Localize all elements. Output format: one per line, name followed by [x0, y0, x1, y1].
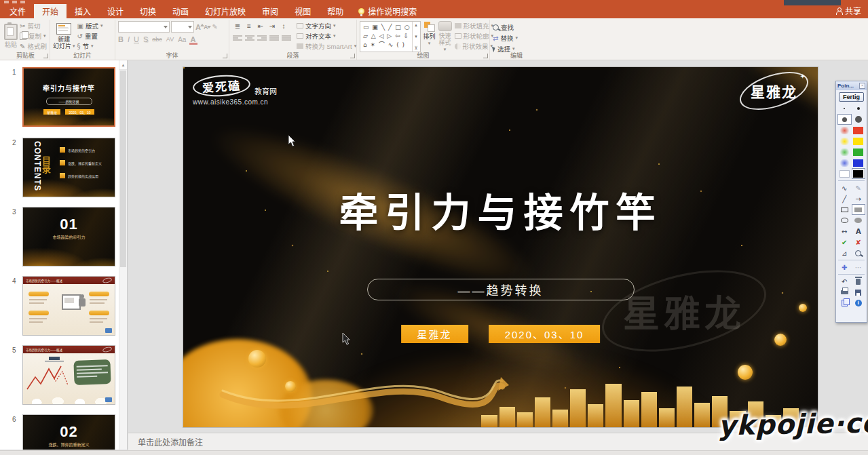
shape-outline-button[interactable]: 形状轮廓 ▾ — [455, 31, 494, 41]
filled-rectangle-tool[interactable] — [852, 204, 866, 215]
numbering-button[interactable]: ≡ — [244, 21, 254, 31]
tab-view[interactable]: 视图 — [286, 4, 319, 18]
convert-smartart-button[interactable]: 转换为 SmartArt ▾ — [297, 41, 356, 51]
slide-title[interactable]: 牵引力与接竹竿 — [183, 181, 818, 238]
thumbnail-scrollbar[interactable]: ▲ — [119, 60, 127, 450]
tab-review[interactable]: 审阅 — [254, 4, 286, 18]
ruler-tool[interactable]: ⊿ — [837, 248, 852, 258]
reset-button[interactable]: ↺ 重置 — [77, 31, 103, 41]
copy-button-pfx[interactable] — [837, 298, 852, 309]
decrease-font-size-button[interactable]: A — [204, 24, 208, 31]
color-white[interactable] — [837, 168, 852, 179]
shape-effects-button[interactable]: 形状效果 ▾ — [455, 41, 494, 51]
color-blue-soft[interactable] — [837, 157, 852, 168]
decrease-indent-button[interactable]: ⇤ — [255, 21, 266, 31]
slide-canvas[interactable]: 爱死磕教育网 www.aisike365.com.cn 星雅龙 ✦ 牵引力与接竹… — [183, 67, 818, 427]
line-spacing-button[interactable]: ↕ — [278, 21, 289, 31]
thumbnail-slide-1[interactable]: 牵引力与接竹竿 ——趋势转换 星雅龙 2020、03、10 — [22, 67, 115, 127]
thumbnail-slide-4[interactable]: 市场趋势的牵引力——概述 — [22, 276, 115, 336]
font-size-combobox[interactable] — [171, 21, 194, 33]
check-tool[interactable]: ✔ — [837, 237, 852, 248]
tab-file[interactable]: 文件 — [1, 4, 34, 18]
tab-transitions[interactable]: 切换 — [132, 4, 164, 18]
scrollbar-thumb[interactable] — [120, 71, 126, 267]
print-button[interactable] — [837, 287, 852, 298]
slide-date-badge[interactable]: 2020、03、10 — [489, 325, 601, 343]
bold-button[interactable]: B — [118, 35, 124, 43]
align-right-button[interactable] — [257, 33, 267, 43]
dialog-launcher-icon[interactable] — [43, 54, 48, 58]
share-button[interactable]: 共享 — [835, 5, 861, 16]
gallery-more-icon[interactable]: ⊻ — [414, 45, 417, 51]
undo-button[interactable]: ↶ — [837, 276, 852, 287]
crosshair-tool[interactable]: ✚ — [837, 262, 852, 273]
slide-subtitle-pill[interactable]: ——趋势转换 — [367, 279, 635, 300]
thumbnail-slide-3[interactable]: 01 市场趋势的牵引力 — [22, 207, 115, 266]
save-button[interactable] — [852, 287, 866, 298]
increase-font-size-button[interactable]: A — [195, 23, 201, 31]
close-icon[interactable]: ▫ — [859, 83, 865, 89]
magnifier-tool[interactable] — [852, 248, 866, 258]
change-case-button[interactable]: Aa — [178, 36, 186, 43]
pointofix-titlebar[interactable]: Poin... ▫ — [836, 81, 867, 90]
font-name-combobox[interactable] — [118, 21, 170, 33]
color-black[interactable] — [852, 168, 866, 179]
color-green-soft[interactable] — [837, 146, 852, 157]
delete-button[interactable] — [852, 276, 866, 287]
tell-me-search[interactable]: 操作说明搜索 — [352, 4, 423, 18]
freehand-tool[interactable]: ∿ — [837, 182, 852, 193]
shape-fill-button[interactable]: 形状填充 ▾ — [455, 21, 494, 31]
slide-author-badge[interactable]: 星雅龙 — [401, 325, 468, 343]
marker-tool[interactable]: ✎ — [852, 182, 866, 193]
thumbnail-slide-5[interactable]: 市场趋势的牵引力——概述 — [22, 345, 115, 405]
format-painter-button[interactable]: ✎ 格式刷 — [20, 41, 47, 51]
text-tool[interactable]: A — [852, 226, 866, 237]
dialog-launcher-icon[interactable] — [483, 54, 488, 58]
align-text-button[interactable]: 对齐文本 ▾ — [297, 31, 356, 41]
color-blue[interactable] — [852, 157, 866, 168]
tab-slideshow[interactable]: 幻灯片放映 — [197, 4, 254, 18]
tab-home[interactable]: 开始 — [34, 4, 67, 18]
ellipse-tool[interactable] — [837, 215, 852, 226]
thumbnail-slide-6[interactable]: 02 涨跌、博弈的重新定义 — [22, 414, 115, 450]
clear-formatting-button[interactable]: ✎ — [212, 23, 217, 31]
cut-button[interactable]: ✂ 剪切 — [20, 21, 47, 31]
arrange-button[interactable]: 排列 ▾ — [423, 21, 436, 47]
align-center-button[interactable] — [244, 33, 255, 43]
more-options[interactable]: ⋯ — [852, 262, 866, 273]
paste-button[interactable]: 粘贴 — [4, 24, 18, 48]
new-slide-button[interactable]: 新建 幻灯片 ▾ — [53, 23, 75, 50]
pen-size-3[interactable] — [837, 114, 852, 125]
double-arrow-tool[interactable]: ↔ — [837, 226, 852, 237]
character-spacing-button[interactable]: AV — [166, 36, 174, 43]
font-color-button[interactable]: A — [190, 35, 195, 43]
scroll-down-icon[interactable]: ▾ — [415, 34, 417, 39]
color-red-soft[interactable] — [837, 125, 852, 136]
info-button[interactable]: i — [852, 298, 866, 309]
scroll-up-icon[interactable]: ▴ — [415, 22, 417, 28]
filled-ellipse-tool[interactable] — [852, 215, 866, 226]
tab-design[interactable]: 设计 — [99, 4, 132, 18]
underline-button[interactable]: U — [134, 35, 139, 43]
find-button[interactable]: 查找 — [493, 22, 540, 32]
pen-size-1[interactable] — [837, 103, 852, 114]
align-left-button[interactable] — [232, 33, 243, 43]
color-yellow[interactable] — [852, 136, 866, 146]
color-green[interactable] — [852, 146, 866, 157]
dialog-launcher-icon[interactable] — [350, 54, 355, 58]
color-red[interactable] — [852, 125, 866, 136]
thumbnail-slide-2[interactable]: CONTENTS 目录 市场趋势的牵引力 涨跌、博弈的重新定义 趋势转换的实战运… — [22, 138, 115, 197]
shapes-gallery[interactable]: ▭ ▣ ╲ ╱ □ ○ ▱ △ ◁ ▷ ⇦ ⇩ ⌂ ✶ ⌒ ∿ ( ) ▴ ▾ … — [360, 21, 421, 52]
section-button[interactable]: § 节 ▾ — [77, 41, 103, 51]
italic-button[interactable]: I — [128, 35, 130, 43]
rectangle-tool[interactable] — [837, 204, 852, 215]
columns-button[interactable] — [281, 33, 292, 43]
replace-button[interactable]: ⇄ 替换 ▾ — [493, 33, 540, 43]
cross-tool[interactable]: ✘ — [852, 237, 866, 248]
fertig-button[interactable]: Fertig — [839, 92, 864, 102]
dialog-launcher-icon[interactable] — [223, 54, 227, 58]
pen-size-4[interactable] — [852, 114, 866, 125]
scroll-up-button[interactable]: ▲ — [119, 60, 127, 70]
text-direction-button[interactable]: 文字方向 ▾ — [297, 21, 356, 31]
pen-size-2[interactable] — [852, 103, 866, 114]
